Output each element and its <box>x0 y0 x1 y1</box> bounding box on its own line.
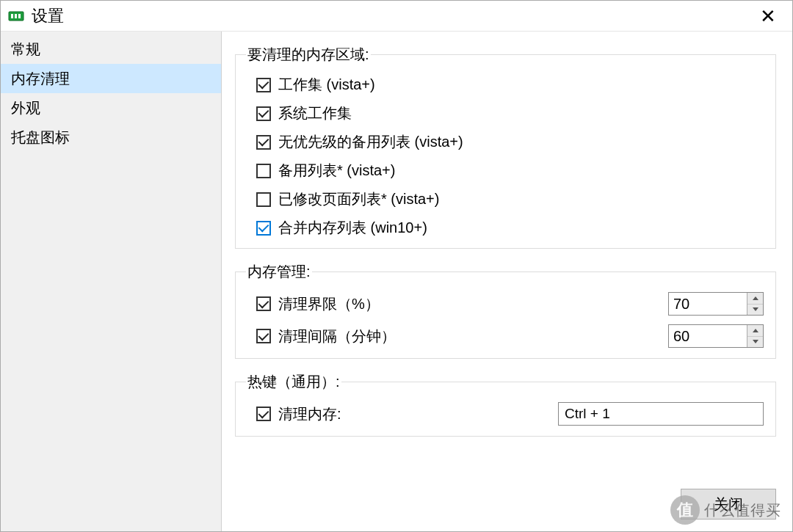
option-interval: 清理间隔（分钟） <box>256 324 764 348</box>
checkbox-standbynoprio[interactable] <box>256 135 271 150</box>
option-standbynoprio: 无优先级的备用列表 (vista+) <box>256 132 764 152</box>
option-workingset: 工作集 (vista+) <box>256 75 764 95</box>
sidebar-item-appearance[interactable]: 外观 <box>1 93 221 123</box>
option-standbylist: 备用列表* (vista+) <box>256 161 764 181</box>
option-sysworkingset: 系统工作集 <box>256 103 764 123</box>
label-standbylist: 备用列表* (vista+) <box>278 161 395 181</box>
body: 常规 内存清理 外观 托盘图标 要清理的内存区域: 工作集 (vista+) <box>1 32 792 531</box>
checkbox-hotkey-clean[interactable] <box>256 407 271 421</box>
spinbox-interval-arrows <box>747 325 763 347</box>
label-threshold: 清理界限（%） <box>278 294 380 314</box>
titlebar: 设置 ✕ <box>1 1 792 32</box>
checkbox-standbylist[interactable] <box>256 164 271 178</box>
label-sysworkingset: 系统工作集 <box>278 103 352 123</box>
group-hotkey: 热键（通用）: 清理内存: <box>235 372 776 437</box>
option-combinelist: 合并内存列表 (win10+) <box>256 218 764 238</box>
svg-rect-3 <box>18 14 21 18</box>
label-interval: 清理间隔（分钟） <box>278 327 396 346</box>
group-mem-mgmt-legend: 内存管理: <box>246 262 312 282</box>
checkbox-combinelist[interactable] <box>256 221 271 236</box>
label-combinelist: 合并内存列表 (win10+) <box>278 218 427 238</box>
input-threshold[interactable] <box>669 293 747 315</box>
group-clean-areas-legend: 要清理的内存区域: <box>246 45 371 65</box>
sidebar: 常规 内存清理 外观 托盘图标 <box>1 32 222 531</box>
checkbox-workingset[interactable] <box>256 78 271 92</box>
main-panel: 要清理的内存区域: 工作集 (vista+) 系统工作集 <box>222 32 792 531</box>
spinbox-threshold <box>668 292 764 316</box>
settings-window: 设置 ✕ 常规 内存清理 外观 托盘图标 要清理的内存区域: 工作集 (vist… <box>0 0 793 532</box>
option-modifiedlist: 已修改页面列表* (vista+) <box>256 189 764 209</box>
sidebar-item-general[interactable]: 常规 <box>1 34 221 64</box>
group-mem-mgmt: 内存管理: 清理界限（%） <box>235 262 776 359</box>
option-threshold: 清理界限（%） <box>256 292 764 316</box>
spinbox-threshold-arrows <box>747 293 763 315</box>
spinbox-interval <box>668 324 764 348</box>
interval-down-icon[interactable] <box>747 337 763 348</box>
ram-icon <box>8 8 24 24</box>
checkbox-sysworkingset[interactable] <box>256 106 271 121</box>
label-workingset: 工作集 (vista+) <box>278 75 375 95</box>
option-hotkey-clean: 清理内存: <box>256 402 764 426</box>
sidebar-item-memclean[interactable]: 内存清理 <box>1 64 221 93</box>
sidebar-item-trayicon[interactable]: 托盘图标 <box>1 123 221 152</box>
interval-up-icon[interactable] <box>747 325 763 337</box>
titlebar-left: 设置 <box>4 5 64 27</box>
label-modifiedlist: 已修改页面列表* (vista+) <box>278 189 439 209</box>
checkbox-threshold[interactable] <box>256 296 271 311</box>
label-hotkey-clean: 清理内存: <box>278 404 341 424</box>
svg-rect-1 <box>11 14 13 18</box>
input-hotkey-clean[interactable] <box>558 402 764 426</box>
button-bar: 关闭 <box>681 489 776 520</box>
close-icon[interactable]: ✕ <box>754 4 782 29</box>
checkbox-modifiedlist[interactable] <box>256 192 271 207</box>
window-title: 设置 <box>32 5 64 27</box>
group-hotkey-legend: 热键（通用）: <box>246 372 341 392</box>
svg-rect-2 <box>15 14 17 18</box>
input-interval[interactable] <box>669 325 747 347</box>
threshold-up-icon[interactable] <box>747 293 763 305</box>
close-button[interactable]: 关闭 <box>681 489 776 520</box>
label-standbynoprio: 无优先级的备用列表 (vista+) <box>278 132 463 152</box>
checkbox-interval[interactable] <box>256 329 271 343</box>
group-clean-areas: 要清理的内存区域: 工作集 (vista+) 系统工作集 <box>235 45 776 249</box>
threshold-down-icon[interactable] <box>747 305 763 316</box>
